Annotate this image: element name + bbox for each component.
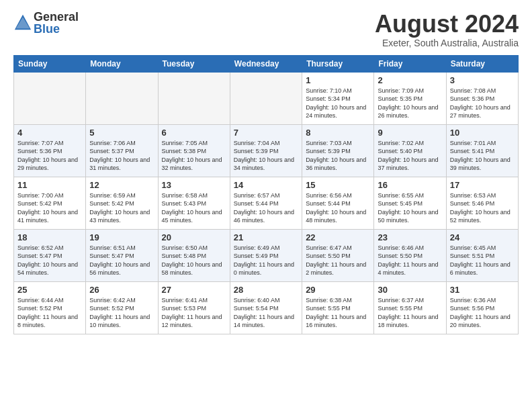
day-info: Sunrise: 7:04 AMSunset: 5:39 PMDaylight:… xyxy=(234,139,298,173)
day-info: Sunrise: 6:38 AMSunset: 5:55 PMDaylight:… xyxy=(306,296,370,330)
day-number: 14 xyxy=(234,180,298,190)
day-number: 1 xyxy=(306,75,370,85)
logo-general: General xyxy=(34,11,79,23)
day-info: Sunrise: 6:46 AMSunset: 5:50 PMDaylight:… xyxy=(378,244,442,277)
day-info: Sunrise: 6:53 AMSunset: 5:46 PMDaylight:… xyxy=(450,191,515,225)
table-row: 26Sunrise: 6:42 AMSunset: 5:52 PMDayligh… xyxy=(86,281,158,334)
day-number: 12 xyxy=(89,180,154,190)
day-info: Sunrise: 6:56 AMSunset: 5:44 PMDaylight:… xyxy=(306,191,370,225)
day-info: Sunrise: 6:58 AMSunset: 5:43 PMDaylight:… xyxy=(162,191,226,225)
title-block: August 2024 Exeter, South Australia, Aus… xyxy=(375,11,519,48)
table-row: 2Sunrise: 7:09 AMSunset: 5:35 PMDaylight… xyxy=(374,72,446,124)
day-info: Sunrise: 7:01 AMSunset: 5:41 PMDaylight:… xyxy=(450,139,515,173)
header-friday: Friday xyxy=(374,55,446,72)
day-info: Sunrise: 6:59 AMSunset: 5:42 PMDaylight:… xyxy=(89,191,154,225)
day-number: 27 xyxy=(162,285,226,295)
table-row: 10Sunrise: 7:01 AMSunset: 5:41 PMDayligh… xyxy=(446,124,518,177)
day-number: 9 xyxy=(378,128,442,138)
day-number: 5 xyxy=(89,128,154,138)
table-row: 28Sunrise: 6:40 AMSunset: 5:54 PMDayligh… xyxy=(230,281,302,334)
header-saturday: Saturday xyxy=(446,55,518,72)
header-tuesday: Tuesday xyxy=(158,55,230,72)
day-info: Sunrise: 6:49 AMSunset: 5:49 PMDaylight:… xyxy=(234,244,298,277)
logo-icon xyxy=(13,13,32,32)
table-row: 22Sunrise: 6:47 AMSunset: 5:50 PMDayligh… xyxy=(302,229,374,281)
day-number: 8 xyxy=(306,128,370,138)
calendar-week-row: 25Sunrise: 6:44 AMSunset: 5:52 PMDayligh… xyxy=(14,281,519,334)
month-title: August 2024 xyxy=(375,11,519,38)
day-info: Sunrise: 7:02 AMSunset: 5:40 PMDaylight:… xyxy=(378,139,442,173)
header-thursday: Thursday xyxy=(302,55,374,72)
table-row: 13Sunrise: 6:58 AMSunset: 5:43 PMDayligh… xyxy=(158,177,230,229)
table-row: 18Sunrise: 6:52 AMSunset: 5:47 PMDayligh… xyxy=(14,229,86,281)
day-number: 18 xyxy=(17,232,82,242)
table-row: 19Sunrise: 6:51 AMSunset: 5:47 PMDayligh… xyxy=(86,229,158,281)
table-row: 9Sunrise: 7:02 AMSunset: 5:40 PMDaylight… xyxy=(374,124,446,177)
day-number: 4 xyxy=(17,128,82,138)
table-row: 6Sunrise: 7:05 AMSunset: 5:38 PMDaylight… xyxy=(158,124,230,177)
table-row: 29Sunrise: 6:38 AMSunset: 5:55 PMDayligh… xyxy=(302,281,374,334)
page-container: General Blue August 2024 Exeter, South A… xyxy=(0,0,532,341)
day-number: 29 xyxy=(306,285,370,295)
day-number: 3 xyxy=(450,75,515,85)
day-info: Sunrise: 6:42 AMSunset: 5:52 PMDaylight:… xyxy=(89,296,154,330)
day-info: Sunrise: 6:50 AMSunset: 5:48 PMDaylight:… xyxy=(162,244,226,277)
table-row: 8Sunrise: 7:03 AMSunset: 5:39 PMDaylight… xyxy=(302,124,374,177)
day-info: Sunrise: 6:55 AMSunset: 5:45 PMDaylight:… xyxy=(378,191,442,225)
table-row: 3Sunrise: 7:08 AMSunset: 5:36 PMDaylight… xyxy=(446,72,518,124)
table-row: 16Sunrise: 6:55 AMSunset: 5:45 PMDayligh… xyxy=(374,177,446,229)
day-info: Sunrise: 6:40 AMSunset: 5:54 PMDaylight:… xyxy=(234,296,298,330)
day-info: Sunrise: 6:36 AMSunset: 5:56 PMDaylight:… xyxy=(450,296,515,330)
weekday-header-row: Sunday Monday Tuesday Wednesday Thursday… xyxy=(14,55,519,72)
table-row: 30Sunrise: 6:37 AMSunset: 5:55 PMDayligh… xyxy=(374,281,446,334)
day-info: Sunrise: 7:06 AMSunset: 5:37 PMDaylight:… xyxy=(89,139,154,173)
day-number: 25 xyxy=(17,285,82,295)
header-wednesday: Wednesday xyxy=(230,55,302,72)
day-number: 19 xyxy=(89,232,154,242)
day-number: 7 xyxy=(234,128,298,138)
table-row: 21Sunrise: 6:49 AMSunset: 5:49 PMDayligh… xyxy=(230,229,302,281)
day-number: 10 xyxy=(450,128,515,138)
day-info: Sunrise: 7:09 AMSunset: 5:35 PMDaylight:… xyxy=(378,87,442,120)
logo-blue: Blue xyxy=(34,23,79,35)
table-row: 17Sunrise: 6:53 AMSunset: 5:46 PMDayligh… xyxy=(446,177,518,229)
calendar-table: Sunday Monday Tuesday Wednesday Thursday… xyxy=(13,55,519,334)
day-number: 15 xyxy=(306,180,370,190)
table-row xyxy=(158,72,230,124)
day-number: 21 xyxy=(234,232,298,242)
day-number: 22 xyxy=(306,232,370,242)
day-info: Sunrise: 6:44 AMSunset: 5:52 PMDaylight:… xyxy=(17,296,82,330)
day-info: Sunrise: 7:03 AMSunset: 5:39 PMDaylight:… xyxy=(306,139,370,173)
calendar-week-row: 11Sunrise: 7:00 AMSunset: 5:42 PMDayligh… xyxy=(14,177,519,229)
day-number: 26 xyxy=(89,285,154,295)
day-info: Sunrise: 6:37 AMSunset: 5:55 PMDaylight:… xyxy=(378,296,442,330)
day-info: Sunrise: 7:00 AMSunset: 5:42 PMDaylight:… xyxy=(17,191,82,225)
day-number: 28 xyxy=(234,285,298,295)
day-info: Sunrise: 6:57 AMSunset: 5:44 PMDaylight:… xyxy=(234,191,298,225)
calendar-week-row: 4Sunrise: 7:07 AMSunset: 5:36 PMDaylight… xyxy=(14,124,519,177)
table-row: 15Sunrise: 6:56 AMSunset: 5:44 PMDayligh… xyxy=(302,177,374,229)
table-row: 24Sunrise: 6:45 AMSunset: 5:51 PMDayligh… xyxy=(446,229,518,281)
day-number: 13 xyxy=(162,180,226,190)
day-number: 31 xyxy=(450,285,515,295)
table-row: 23Sunrise: 6:46 AMSunset: 5:50 PMDayligh… xyxy=(374,229,446,281)
table-row: 31Sunrise: 6:36 AMSunset: 5:56 PMDayligh… xyxy=(446,281,518,334)
table-row: 1Sunrise: 7:10 AMSunset: 5:34 PMDaylight… xyxy=(302,72,374,124)
table-row: 11Sunrise: 7:00 AMSunset: 5:42 PMDayligh… xyxy=(14,177,86,229)
day-number: 6 xyxy=(162,128,226,138)
table-row: 5Sunrise: 7:06 AMSunset: 5:37 PMDaylight… xyxy=(86,124,158,177)
table-row xyxy=(230,72,302,124)
table-row: 4Sunrise: 7:07 AMSunset: 5:36 PMDaylight… xyxy=(14,124,86,177)
logo-text: General Blue xyxy=(34,11,79,35)
page-header: General Blue August 2024 Exeter, South A… xyxy=(13,11,519,48)
calendar-week-row: 1Sunrise: 7:10 AMSunset: 5:34 PMDaylight… xyxy=(14,72,519,124)
day-number: 11 xyxy=(17,180,82,190)
day-info: Sunrise: 7:05 AMSunset: 5:38 PMDaylight:… xyxy=(162,139,226,173)
table-row: 25Sunrise: 6:44 AMSunset: 5:52 PMDayligh… xyxy=(14,281,86,334)
day-info: Sunrise: 6:47 AMSunset: 5:50 PMDaylight:… xyxy=(306,244,370,277)
table-row xyxy=(14,72,86,124)
location: Exeter, South Australia, Australia xyxy=(375,38,519,48)
day-info: Sunrise: 7:07 AMSunset: 5:36 PMDaylight:… xyxy=(17,139,82,173)
calendar-week-row: 18Sunrise: 6:52 AMSunset: 5:47 PMDayligh… xyxy=(14,229,519,281)
logo: General Blue xyxy=(13,11,79,35)
